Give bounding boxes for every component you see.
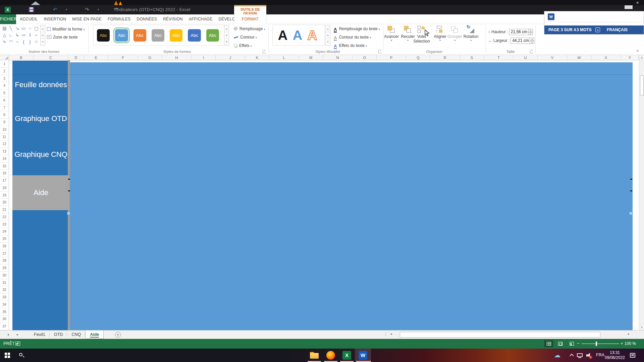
language-indicator[interactable]: FRA bbox=[596, 353, 604, 357]
row-header[interactable]: 14 bbox=[0, 155, 9, 163]
shape-icon[interactable]: ↘ bbox=[14, 25, 20, 32]
row-header[interactable]: 15 bbox=[0, 163, 9, 170]
row-header[interactable]: 36 bbox=[0, 315, 9, 323]
start-button[interactable] bbox=[5, 353, 10, 358]
column-header[interactable]: Q bbox=[406, 55, 430, 60]
ribbon-tab[interactable]: DONNÉES bbox=[133, 14, 160, 24]
ribbon-tab[interactable]: AFFICHAGE bbox=[186, 14, 215, 24]
row-header[interactable]: 32 bbox=[0, 286, 9, 294]
ribbon-tab[interactable]: RÉVISION bbox=[160, 14, 186, 24]
shape-effects-button[interactable]: Effets▾ bbox=[234, 42, 252, 49]
text-box-button[interactable]: Zone de texte bbox=[47, 34, 77, 41]
column-header[interactable]: L bbox=[269, 55, 299, 60]
sidebar-nav-button[interactable]: Graphique CNQ bbox=[12, 150, 69, 159]
network-icon[interactable] bbox=[577, 353, 583, 357]
row-header[interactable]: 9 bbox=[0, 119, 9, 126]
sheet-tab[interactable]: Aide bbox=[85, 330, 104, 339]
row-header[interactable]: 19 bbox=[0, 192, 9, 199]
sheet-nav-left-icon[interactable]: ◂ bbox=[7, 333, 9, 336]
shape-icon[interactable]: ⌐ bbox=[33, 32, 40, 39]
onedrive-icon[interactable]: ☁ bbox=[554, 351, 560, 359]
shape-style-chip[interactable]: Abc bbox=[97, 29, 110, 42]
wordart-style[interactable]: A bbox=[305, 26, 320, 44]
shape-icon[interactable]: ∟ bbox=[8, 32, 14, 39]
zoom-out-button[interactable]: − bbox=[577, 341, 580, 346]
column-header[interactable]: T bbox=[484, 55, 514, 60]
macro-record-icon[interactable] bbox=[15, 342, 20, 346]
ribbon-tab[interactable]: INSERTION bbox=[41, 14, 69, 24]
word-window-peek[interactable]: W PAGE 3 SUR 4 3 MOTS x FRANÇAIS (FRANCE… bbox=[544, 11, 644, 35]
sidebar-nav-button[interactable]: Aide bbox=[12, 188, 69, 197]
row-header[interactable]: 34 bbox=[0, 301, 9, 308]
shape-icon[interactable]: } bbox=[27, 39, 33, 45]
shape-style-chip[interactable]: Abc bbox=[115, 29, 128, 42]
column-header[interactable]: E bbox=[84, 55, 108, 60]
row-header[interactable]: 12 bbox=[0, 140, 9, 148]
sheet-tab[interactable]: OTD bbox=[50, 330, 67, 339]
view-normal-button[interactable] bbox=[544, 340, 553, 347]
save-button[interactable] bbox=[29, 7, 34, 12]
scroll-down-icon[interactable]: ▾ bbox=[41, 32, 45, 39]
size-dialog-launcher[interactable] bbox=[530, 50, 533, 53]
scroll-down-icon[interactable]: ▾ bbox=[326, 32, 330, 39]
row-header[interactable]: 21 bbox=[0, 206, 9, 214]
action-center-icon[interactable] bbox=[630, 353, 635, 358]
shape-handle[interactable] bbox=[68, 179, 70, 180]
row-header[interactable]: 24 bbox=[0, 228, 9, 235]
shape-icon[interactable]: ☆ bbox=[33, 39, 40, 45]
wordart-dialog-launcher[interactable] bbox=[378, 50, 382, 53]
shape-resize-handle[interactable] bbox=[629, 212, 632, 215]
row-header[interactable]: 37 bbox=[0, 323, 9, 330]
width-stepper[interactable]: ▲▼ bbox=[530, 38, 534, 44]
word-close-icon[interactable]: ✕ bbox=[636, 1, 639, 5]
redo-dropdown-icon[interactable]: ▾ bbox=[98, 8, 99, 11]
shape-styles-dialog-launcher[interactable] bbox=[263, 50, 266, 53]
column-header[interactable]: K bbox=[245, 55, 269, 60]
new-sheet-button[interactable]: + bbox=[115, 332, 121, 338]
column-header[interactable]: S bbox=[460, 55, 484, 60]
shape-fill-button[interactable]: Remplissage▾ bbox=[234, 25, 265, 32]
column-header[interactable]: R bbox=[430, 55, 460, 60]
wordart-style[interactable]: A bbox=[275, 26, 290, 44]
gallery-more-icon[interactable]: ▾ bbox=[41, 39, 45, 45]
row-header[interactable]: 28 bbox=[0, 257, 9, 264]
main-blue-shape[interactable] bbox=[70, 62, 633, 330]
sidebar-nav-button[interactable]: Feuille données bbox=[12, 80, 69, 89]
bring-forward-button[interactable]: Avancer ▾ bbox=[383, 25, 400, 42]
wordart-style[interactable]: A bbox=[290, 26, 305, 44]
modify-shape-button[interactable]: Modifier la forme▾ bbox=[47, 26, 85, 33]
shape-icon[interactable]: ◠ bbox=[8, 39, 14, 45]
zoom-in-button[interactable]: + bbox=[621, 341, 623, 346]
row-header[interactable]: 4 bbox=[0, 82, 9, 89]
shape-icon[interactable]: ╲ bbox=[8, 25, 14, 32]
shape-icon[interactable]: ⇩ bbox=[27, 32, 33, 39]
column-header[interactable]: N bbox=[323, 55, 353, 60]
select-all-corner[interactable] bbox=[0, 55, 9, 60]
taskbar-firefox-button[interactable] bbox=[323, 349, 339, 362]
row-header[interactable]: 20 bbox=[0, 199, 9, 206]
column-header[interactable]: U bbox=[514, 55, 538, 60]
rotate-button[interactable]: ↻ Rotation ▾ bbox=[462, 25, 480, 42]
view-page-break-button[interactable] bbox=[567, 340, 576, 347]
hscroll-right-icon[interactable]: ▸ bbox=[628, 332, 630, 336]
sheet-tab[interactable]: Feuil1 bbox=[30, 330, 50, 339]
taskbar-explorer-button[interactable] bbox=[306, 349, 322, 362]
zoom-level[interactable]: 100 % bbox=[625, 341, 636, 346]
scroll-up-icon[interactable]: ▴ bbox=[224, 25, 229, 32]
column-header[interactable]: J bbox=[216, 55, 245, 60]
tray-expand-icon[interactable] bbox=[570, 354, 574, 358]
hscroll-left-icon[interactable]: ◂ bbox=[390, 332, 392, 336]
shape-icon[interactable]: ⇨ bbox=[20, 32, 27, 39]
taskbar-word-button[interactable]: W bbox=[355, 349, 371, 362]
search-icon[interactable] bbox=[19, 353, 24, 358]
column-header[interactable]: X bbox=[591, 55, 621, 60]
row-header[interactable]: 1 bbox=[0, 60, 9, 68]
row-header[interactable]: 18 bbox=[0, 184, 9, 192]
vertical-scrollbar[interactable]: ▲ ▼ bbox=[639, 55, 644, 330]
width-input[interactable]: 44,21 cm bbox=[511, 38, 530, 44]
shape-icon[interactable]: ○ bbox=[27, 25, 33, 32]
row-header[interactable]: 16 bbox=[0, 170, 9, 177]
column-header[interactable]: F bbox=[108, 55, 138, 60]
styles-gallery-scrollbar[interactable]: ▴ ▾ ▾ bbox=[224, 25, 229, 46]
scroll-down-icon[interactable]: ▼ bbox=[639, 325, 644, 330]
